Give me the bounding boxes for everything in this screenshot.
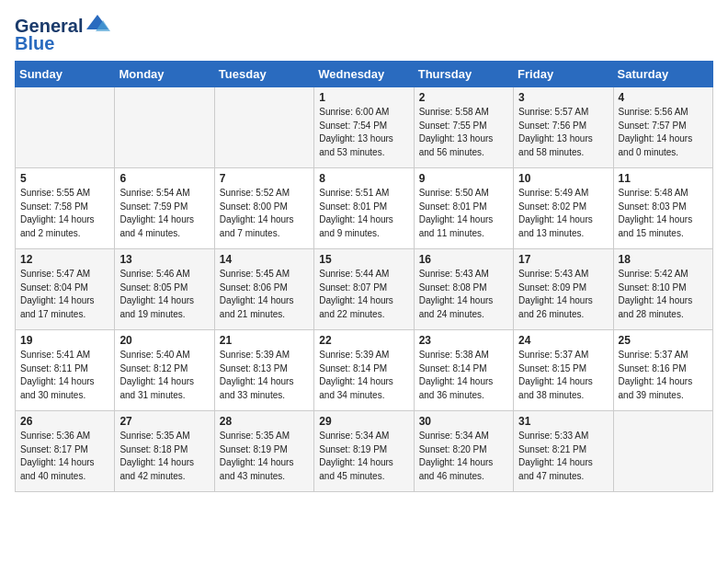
calendar-cell: 8Sunrise: 5:51 AM Sunset: 8:01 PM Daylig… — [314, 168, 414, 249]
calendar-header-row: SundayMondayTuesdayWednesdayThursdayFrid… — [16, 62, 713, 87]
day-info: Sunrise: 5:50 AM Sunset: 8:01 PM Dayligh… — [419, 187, 508, 240]
day-info: Sunrise: 5:43 AM Sunset: 8:08 PM Dayligh… — [419, 268, 508, 321]
calendar-cell — [115, 87, 214, 168]
calendar-cell: 5Sunrise: 5:55 AM Sunset: 7:58 PM Daylig… — [16, 168, 115, 249]
day-info: Sunrise: 5:37 AM Sunset: 8:16 PM Dayligh… — [619, 349, 708, 402]
calendar-cell: 11Sunrise: 5:48 AM Sunset: 8:03 PM Dayli… — [613, 168, 712, 249]
day-number: 27 — [119, 415, 209, 428]
calendar-cell: 30Sunrise: 5:34 AM Sunset: 8:20 PM Dayli… — [414, 411, 513, 492]
day-info: Sunrise: 5:57 AM Sunset: 7:56 PM Dayligh… — [518, 106, 608, 159]
calendar-cell: 14Sunrise: 5:45 AM Sunset: 8:06 PM Dayli… — [214, 249, 313, 330]
header-saturday: Saturday — [613, 62, 712, 87]
calendar-cell: 7Sunrise: 5:52 AM Sunset: 8:00 PM Daylig… — [214, 168, 313, 249]
day-number: 14 — [220, 253, 309, 266]
calendar-cell: 19Sunrise: 5:41 AM Sunset: 8:11 PM Dayli… — [16, 330, 115, 411]
day-number: 20 — [119, 334, 209, 347]
day-info: Sunrise: 5:36 AM Sunset: 8:17 PM Dayligh… — [20, 430, 109, 483]
calendar-cell: 17Sunrise: 5:43 AM Sunset: 8:09 PM Dayli… — [514, 249, 613, 330]
calendar-cell: 1Sunrise: 6:00 AM Sunset: 7:54 PM Daylig… — [314, 87, 414, 168]
calendar-cell: 25Sunrise: 5:37 AM Sunset: 8:16 PM Dayli… — [613, 330, 712, 411]
day-number: 5 — [20, 172, 109, 185]
calendar-cell: 29Sunrise: 5:34 AM Sunset: 8:19 PM Dayli… — [314, 411, 414, 492]
calendar-cell — [613, 411, 712, 492]
calendar-cell: 4Sunrise: 5:56 AM Sunset: 7:57 PM Daylig… — [613, 87, 712, 168]
day-number: 6 — [119, 172, 209, 185]
calendar-cell: 21Sunrise: 5:39 AM Sunset: 8:13 PM Dayli… — [214, 330, 313, 411]
day-info: Sunrise: 5:34 AM Sunset: 8:20 PM Dayligh… — [419, 430, 508, 483]
calendar-cell: 24Sunrise: 5:37 AM Sunset: 8:15 PM Dayli… — [514, 330, 613, 411]
day-number: 18 — [619, 253, 708, 266]
day-number: 10 — [518, 172, 608, 185]
calendar-cell — [214, 87, 313, 168]
day-info: Sunrise: 5:47 AM Sunset: 8:04 PM Dayligh… — [20, 268, 109, 321]
day-info: Sunrise: 5:39 AM Sunset: 8:14 PM Dayligh… — [319, 349, 408, 402]
day-number: 19 — [20, 334, 109, 347]
header-friday: Friday — [514, 62, 613, 87]
calendar-cell: 9Sunrise: 5:50 AM Sunset: 8:01 PM Daylig… — [414, 168, 513, 249]
calendar-cell: 3Sunrise: 5:57 AM Sunset: 7:56 PM Daylig… — [514, 87, 613, 168]
day-number: 8 — [319, 172, 408, 185]
day-number: 26 — [20, 415, 109, 428]
day-number: 15 — [319, 253, 408, 266]
day-info: Sunrise: 5:56 AM Sunset: 7:57 PM Dayligh… — [619, 106, 708, 159]
day-info: Sunrise: 5:48 AM Sunset: 8:03 PM Dayligh… — [619, 187, 708, 240]
header-monday: Monday — [115, 62, 214, 87]
header-sunday: Sunday — [16, 62, 115, 87]
day-info: Sunrise: 5:55 AM Sunset: 7:58 PM Dayligh… — [20, 187, 109, 240]
page-header: General Blue — [15, 15, 713, 53]
header-thursday: Thursday — [414, 62, 513, 87]
calendar-cell: 27Sunrise: 5:35 AM Sunset: 8:18 PM Dayli… — [115, 411, 214, 492]
day-number: 28 — [220, 415, 309, 428]
header-tuesday: Tuesday — [214, 62, 313, 87]
day-info: Sunrise: 5:41 AM Sunset: 8:11 PM Dayligh… — [20, 349, 109, 402]
day-info: Sunrise: 5:51 AM Sunset: 8:01 PM Dayligh… — [319, 187, 408, 240]
day-number: 7 — [220, 172, 309, 185]
day-info: Sunrise: 5:35 AM Sunset: 8:19 PM Dayligh… — [220, 430, 309, 483]
calendar-cell: 23Sunrise: 5:38 AM Sunset: 8:14 PM Dayli… — [414, 330, 513, 411]
day-number: 11 — [619, 172, 708, 185]
day-number: 1 — [319, 91, 408, 104]
day-info: Sunrise: 6:00 AM Sunset: 7:54 PM Dayligh… — [319, 106, 408, 159]
day-number: 22 — [319, 334, 408, 347]
calendar-cell: 12Sunrise: 5:47 AM Sunset: 8:04 PM Dayli… — [16, 249, 115, 330]
calendar-cell: 20Sunrise: 5:40 AM Sunset: 8:12 PM Dayli… — [115, 330, 214, 411]
calendar-cell: 6Sunrise: 5:54 AM Sunset: 7:59 PM Daylig… — [115, 168, 214, 249]
day-info: Sunrise: 5:43 AM Sunset: 8:09 PM Dayligh… — [518, 268, 608, 321]
day-info: Sunrise: 5:52 AM Sunset: 8:00 PM Dayligh… — [220, 187, 309, 240]
day-info: Sunrise: 5:38 AM Sunset: 8:14 PM Dayligh… — [419, 349, 508, 402]
day-info: Sunrise: 5:35 AM Sunset: 8:18 PM Dayligh… — [119, 430, 209, 483]
day-number: 24 — [518, 334, 608, 347]
day-info: Sunrise: 5:54 AM Sunset: 7:59 PM Dayligh… — [119, 187, 209, 240]
day-info: Sunrise: 5:40 AM Sunset: 8:12 PM Dayligh… — [119, 349, 209, 402]
calendar-table: SundayMondayTuesdayWednesdayThursdayFrid… — [15, 61, 713, 492]
day-number: 23 — [419, 334, 508, 347]
day-info: Sunrise: 5:37 AM Sunset: 8:15 PM Dayligh… — [518, 349, 608, 402]
calendar-week-row: 26Sunrise: 5:36 AM Sunset: 8:17 PM Dayli… — [16, 411, 713, 492]
calendar-week-row: 19Sunrise: 5:41 AM Sunset: 8:11 PM Dayli… — [16, 330, 713, 411]
day-number: 25 — [619, 334, 708, 347]
header-wednesday: Wednesday — [314, 62, 414, 87]
day-number: 31 — [518, 415, 608, 428]
calendar-cell: 2Sunrise: 5:58 AM Sunset: 7:55 PM Daylig… — [414, 87, 513, 168]
logo: General Blue — [15, 15, 110, 53]
calendar-cell: 22Sunrise: 5:39 AM Sunset: 8:14 PM Dayli… — [314, 330, 414, 411]
day-info: Sunrise: 5:49 AM Sunset: 8:02 PM Dayligh… — [518, 187, 608, 240]
day-info: Sunrise: 5:34 AM Sunset: 8:19 PM Dayligh… — [319, 430, 408, 483]
calendar-week-row: 1Sunrise: 6:00 AM Sunset: 7:54 PM Daylig… — [16, 87, 713, 168]
calendar-week-row: 12Sunrise: 5:47 AM Sunset: 8:04 PM Dayli… — [16, 249, 713, 330]
calendar-cell: 31Sunrise: 5:33 AM Sunset: 8:21 PM Dayli… — [514, 411, 613, 492]
day-info: Sunrise: 5:44 AM Sunset: 8:07 PM Dayligh… — [319, 268, 408, 321]
day-number: 2 — [419, 91, 508, 104]
day-number: 9 — [419, 172, 508, 185]
calendar-cell: 28Sunrise: 5:35 AM Sunset: 8:19 PM Dayli… — [214, 411, 313, 492]
calendar-cell — [16, 87, 115, 168]
day-info: Sunrise: 5:33 AM Sunset: 8:21 PM Dayligh… — [518, 430, 608, 483]
calendar-cell: 18Sunrise: 5:42 AM Sunset: 8:10 PM Dayli… — [613, 249, 712, 330]
day-number: 4 — [619, 91, 708, 104]
calendar-cell: 13Sunrise: 5:46 AM Sunset: 8:05 PM Dayli… — [115, 249, 214, 330]
logo-icon — [85, 11, 110, 37]
calendar-cell: 10Sunrise: 5:49 AM Sunset: 8:02 PM Dayli… — [514, 168, 613, 249]
day-info: Sunrise: 5:58 AM Sunset: 7:55 PM Dayligh… — [419, 106, 508, 159]
day-number: 12 — [20, 253, 109, 266]
calendar-cell: 26Sunrise: 5:36 AM Sunset: 8:17 PM Dayli… — [16, 411, 115, 492]
